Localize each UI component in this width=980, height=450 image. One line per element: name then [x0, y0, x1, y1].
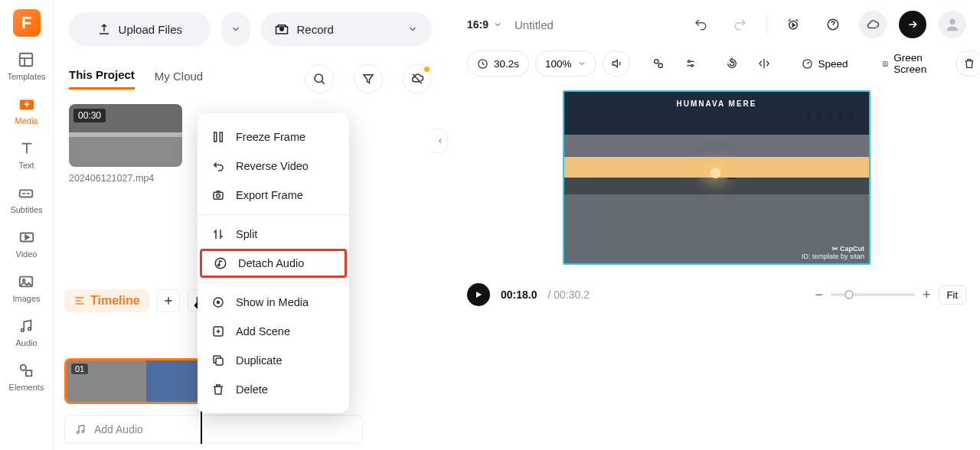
- svg-point-28: [658, 64, 662, 67]
- svg-point-14: [217, 194, 220, 198]
- total-time: / 00:30.2: [547, 289, 590, 301]
- sidebar-label: Video: [16, 249, 38, 259]
- sidebar-templates[interactable]: Templates: [7, 51, 45, 81]
- media-clip-thumbnail[interactable]: 00:30: [69, 104, 182, 167]
- svg-point-33: [884, 63, 885, 64]
- filter-button[interactable]: [354, 64, 383, 93]
- export-frame-icon: [211, 188, 225, 202]
- help-button[interactable]: [819, 11, 847, 38]
- sidebar-elements[interactable]: Elements: [9, 361, 44, 392]
- export-button[interactable]: [899, 11, 926, 38]
- upload-files-button[interactable]: Upload Files: [69, 12, 211, 46]
- menu-detach-audio[interactable]: Detach Audio: [200, 249, 347, 278]
- menu-export-frame[interactable]: Export Frame: [198, 181, 349, 210]
- freeze-icon: [211, 130, 225, 144]
- project-title-input[interactable]: [514, 18, 622, 31]
- sidebar-subtitles[interactable]: Subtitles: [10, 184, 42, 214]
- search-button[interactable]: [305, 64, 334, 93]
- sidebar-text[interactable]: Text: [18, 139, 36, 170]
- redo-button[interactable]: [727, 11, 754, 38]
- reverse-icon: [211, 159, 225, 173]
- play-button[interactable]: [467, 283, 490, 306]
- menu-duplicate[interactable]: Duplicate: [198, 346, 349, 375]
- sidebar-label: Audio: [15, 338, 37, 347]
- menu-show-in-media[interactable]: Show in Media: [198, 288, 349, 317]
- sidebar-audio[interactable]: Audio: [15, 317, 37, 347]
- preview-panel: 16:9 30.2s 100% Speed Green Screen 𓅮 𓅮 𓅮…: [452, 0, 980, 450]
- detach-audio-icon: [214, 256, 227, 270]
- svg-point-15: [215, 258, 226, 269]
- undo-icon: [694, 18, 707, 31]
- cloud-icon: [866, 18, 880, 31]
- collapse-panel-button[interactable]: [433, 129, 448, 153]
- cloud-sync-button[interactable]: [403, 64, 432, 93]
- menu-delete[interactable]: Delete: [198, 375, 349, 404]
- locate-icon: [211, 295, 225, 309]
- rotate-button[interactable]: [719, 51, 745, 77]
- user-avatar[interactable]: [939, 11, 966, 38]
- menu-split[interactable]: Split: [198, 220, 349, 249]
- tab-this-project[interactable]: This Project: [69, 68, 135, 90]
- fit-button[interactable]: Fit: [939, 285, 966, 305]
- sidebar-video[interactable]: Video: [16, 228, 38, 259]
- sidebar-images[interactable]: Images: [12, 272, 40, 303]
- redo-icon: [733, 18, 747, 31]
- upload-dropdown[interactable]: [221, 12, 251, 46]
- duplicate-icon: [211, 354, 225, 367]
- sidebar-label: Images: [12, 294, 40, 303]
- cloud-save-button[interactable]: [859, 11, 887, 38]
- current-time: 00:18.0: [501, 289, 537, 301]
- adjust-button[interactable]: [678, 51, 704, 77]
- timeline-icon: [74, 295, 86, 307]
- delete-clip-button[interactable]: [956, 51, 980, 77]
- zoom-slider[interactable]: [831, 293, 915, 296]
- preview-play-button[interactable]: [779, 11, 807, 38]
- svg-point-9: [280, 28, 284, 31]
- zoom-out-button[interactable]: −: [815, 287, 824, 303]
- zoom-in-button[interactable]: +: [923, 287, 931, 303]
- trash-icon: [963, 57, 975, 70]
- timeline-mode-button[interactable]: Timeline: [64, 289, 149, 312]
- watermark: ✂ CapCut ID: template by sitan: [802, 245, 864, 260]
- menu-freeze-frame[interactable]: Freeze Frame: [198, 122, 349, 152]
- undo-button[interactable]: [687, 11, 714, 38]
- crop-button[interactable]: [645, 51, 671, 77]
- flip-icon: [758, 57, 770, 70]
- aspect-ratio-selector[interactable]: 16:9: [467, 18, 502, 31]
- preview-canvas[interactable]: 𓅮 𓅮 𓅮 𓅮 𓅮 HUMNAVA MERE ✂ CapCut ID: temp…: [563, 90, 871, 265]
- sliders-icon: [684, 57, 697, 70]
- flip-button[interactable]: [751, 51, 777, 77]
- menu-add-scene[interactable]: Add Scene: [198, 317, 349, 346]
- video-icon: [18, 228, 36, 246]
- volume-icon: [610, 57, 622, 70]
- add-audio-button[interactable]: Add Audio: [64, 415, 363, 444]
- volume-button[interactable]: [603, 51, 630, 77]
- svg-point-27: [654, 60, 658, 64]
- scene-number: 01: [71, 364, 88, 374]
- clock-icon: [477, 58, 488, 70]
- sidebar-media[interactable]: Media: [15, 95, 38, 126]
- duration-badge[interactable]: 30.2s: [467, 51, 529, 77]
- plus-icon: [162, 295, 175, 307]
- music-note-icon: [74, 423, 87, 435]
- text-icon: [18, 139, 36, 158]
- elements-icon: [17, 361, 35, 380]
- timeline-scene-clip[interactable]: 01: [64, 358, 202, 404]
- crop-icon: [652, 57, 665, 70]
- svg-point-21: [77, 432, 79, 434]
- speed-button[interactable]: Speed: [792, 51, 858, 77]
- media-icon: [18, 95, 36, 113]
- help-icon: [826, 18, 840, 31]
- zoom-selector[interactable]: 100%: [535, 51, 596, 77]
- timeline-add-button[interactable]: [157, 289, 180, 312]
- tab-my-cloud[interactable]: My Cloud: [155, 70, 203, 89]
- sidebar-label: Templates: [7, 72, 45, 81]
- split-icon: [211, 227, 225, 241]
- menu-reverse-video[interactable]: Reverse Video: [198, 152, 349, 181]
- green-screen-button[interactable]: Green Screen: [873, 51, 941, 77]
- record-button[interactable]: Record: [261, 12, 432, 46]
- filter-icon: [361, 72, 375, 86]
- svg-rect-13: [214, 192, 223, 199]
- svg-point-25: [949, 19, 955, 24]
- play-icon: [473, 289, 484, 300]
